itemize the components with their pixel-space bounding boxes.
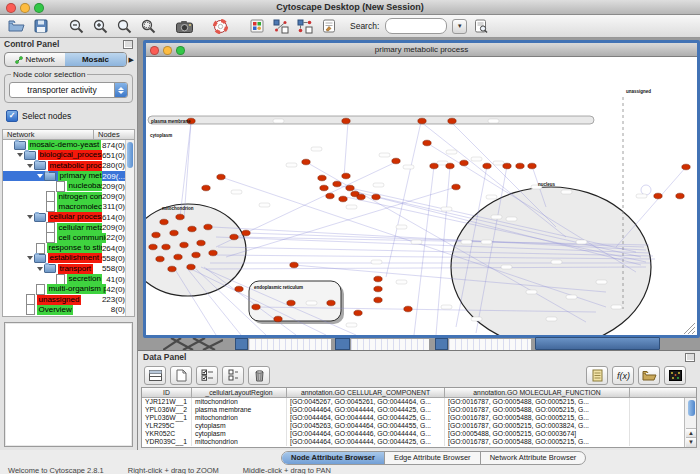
save-icon[interactable] <box>30 17 51 36</box>
delete-attribute-icon[interactable] <box>248 366 270 385</box>
tab-network[interactable]: Network <box>5 53 65 66</box>
network-node[interactable] <box>230 234 238 240</box>
network-node[interactable] <box>326 193 334 199</box>
zoom-out-icon[interactable] <box>66 17 87 36</box>
network-view-window[interactable]: primary metabolic process plasma membran… <box>143 40 700 338</box>
snapshot-icon[interactable] <box>174 17 195 36</box>
tree-column-network[interactable]: Network <box>2 129 93 140</box>
network-node[interactable] <box>483 163 491 169</box>
tree-item[interactable]: nitrogen compo209(0) <box>3 191 134 201</box>
network-node[interactable] <box>339 196 347 202</box>
tree-item[interactable]: multi-organism pro42(0) <box>3 284 134 294</box>
background-window-fragment[interactable] <box>235 338 248 350</box>
disclosure-triangle-icon[interactable] <box>36 174 44 178</box>
network-node[interactable] <box>418 118 426 124</box>
network-node[interactable] <box>197 240 205 246</box>
attribute-matrix-icon[interactable] <box>664 366 686 385</box>
network-node[interactable] <box>274 316 282 322</box>
birdseye-view[interactable] <box>4 322 133 447</box>
layout-nodes-icon[interactable] <box>270 17 291 36</box>
background-window-fragment[interactable] <box>448 338 532 350</box>
color-attribute-dropdown[interactable]: transporter activity <box>9 82 128 98</box>
table-scrollbar[interactable]: ▲ ▼ <box>684 398 696 447</box>
disclosure-triangle-icon[interactable] <box>36 267 44 271</box>
network-node[interactable] <box>252 304 260 310</box>
tree-item[interactable]: response to stimulu264(0) <box>3 243 134 253</box>
tree-item[interactable]: metabolic process280(0) <box>3 161 134 171</box>
network-node[interactable] <box>503 163 511 169</box>
background-window-fragment[interactable] <box>163 338 223 350</box>
network-node[interactable] <box>448 118 456 124</box>
network-node[interactable] <box>374 297 382 303</box>
tree-item[interactable]: cellular process614(0) <box>3 212 134 222</box>
unselect-attributes-icon[interactable] <box>222 366 244 385</box>
network-window-titlebar[interactable]: primary metabolic process <box>146 43 697 57</box>
table-row[interactable]: YDR039C__1mitochondrion[GO:0044464, GO:0… <box>142 438 696 446</box>
disclosure-triangle-icon[interactable] <box>16 153 24 157</box>
vizmapper-icon[interactable] <box>246 17 267 36</box>
select-attributes-icon[interactable] <box>196 366 218 385</box>
zoom-window-icon[interactable] <box>34 3 44 13</box>
tab-mosaic[interactable]: Mosaic <box>65 53 125 66</box>
network-node[interactable] <box>430 163 438 169</box>
tree-item[interactable]: mosaic-demo-yeast874(0) <box>3 140 134 150</box>
help-icon[interactable] <box>210 17 231 36</box>
network-node[interactable] <box>372 194 380 200</box>
layout-edges-icon[interactable] <box>294 17 315 36</box>
table-row[interactable]: YPL036W__1mitochondrion[GO:0044464, GO:0… <box>142 414 696 422</box>
zoom-selected-icon[interactable] <box>138 17 159 36</box>
notepad-icon[interactable] <box>586 366 608 385</box>
advanced-search-icon[interactable] <box>470 17 491 36</box>
background-window-fragment[interactable] <box>535 337 660 350</box>
tab-edge-attribute-browser[interactable]: Edge Attribute Browser <box>385 452 481 464</box>
tree-item[interactable]: unassigned223(0) <box>3 294 134 304</box>
col-go-molecular-function[interactable]: annotation.GO MOLECULAR_FUNCTION <box>445 388 630 398</box>
network-node[interactable] <box>374 286 382 292</box>
search-input[interactable] <box>385 18 447 34</box>
network-node[interactable] <box>290 262 298 268</box>
table-row[interactable]: YLR295Ccytoplasm[GO:0045263, GO:0044464,… <box>142 422 696 430</box>
network-node[interactable] <box>452 184 460 190</box>
network-node[interactable] <box>235 286 243 292</box>
network-node[interactable] <box>202 185 210 191</box>
tree-item[interactable]: transport558(0) <box>3 264 134 274</box>
network-node[interactable] <box>318 175 326 181</box>
select-nodes-checkbox[interactable]: ✓ <box>6 110 18 122</box>
network-node[interactable] <box>302 159 310 165</box>
tree-item[interactable]: establishment of lo558(0) <box>3 253 134 263</box>
network-node[interactable] <box>374 276 382 282</box>
network-node[interactable] <box>654 193 662 199</box>
network-node[interactable] <box>423 140 431 146</box>
col-id[interactable]: ID <box>142 388 192 398</box>
network-node[interactable] <box>174 254 182 260</box>
minimize-window-icon[interactable] <box>20 3 30 13</box>
close-view-icon[interactable] <box>150 46 159 55</box>
network-node[interactable] <box>180 242 188 248</box>
background-window-fragment[interactable] <box>435 338 448 350</box>
tab-node-attribute-browser[interactable]: Node Attribute Browser <box>282 452 385 464</box>
tree-item[interactable]: primary metabo209(... <box>3 171 134 181</box>
network-node[interactable] <box>357 194 365 200</box>
network-node[interactable] <box>160 219 168 225</box>
network-node[interactable] <box>333 181 341 187</box>
col-cellular-layout-region[interactable]: _cellularLayoutRegion <box>192 388 287 398</box>
network-node[interactable] <box>204 224 212 230</box>
col-go-cellular-component[interactable]: annotation.GO CELLULAR_COMPONENT <box>287 388 445 398</box>
network-node[interactable] <box>320 185 328 191</box>
network-node[interactable] <box>217 174 225 180</box>
background-window-fragment[interactable] <box>335 338 350 350</box>
network-node[interactable] <box>392 158 400 164</box>
tree-item[interactable]: Overview8(0) <box>3 305 134 315</box>
network-canvas[interactable]: plasma membranecytoplasmmitochondrionnuc… <box>146 57 697 335</box>
zoom-in-icon[interactable] <box>90 17 111 36</box>
tree-item[interactable]: nucleobase-209(0) <box>3 181 134 191</box>
disclosure-triangle-icon[interactable] <box>26 256 34 260</box>
background-window-fragment[interactable] <box>248 338 332 350</box>
network-node[interactable] <box>342 173 350 179</box>
tree-item[interactable]: macromolecule311(0) <box>3 202 134 212</box>
close-window-icon[interactable] <box>6 3 16 13</box>
annotation-icon[interactable] <box>318 17 339 36</box>
disclosure-triangle-icon[interactable] <box>26 164 34 168</box>
new-attribute-icon[interactable] <box>170 366 192 385</box>
zoom-view-icon[interactable] <box>176 46 185 55</box>
